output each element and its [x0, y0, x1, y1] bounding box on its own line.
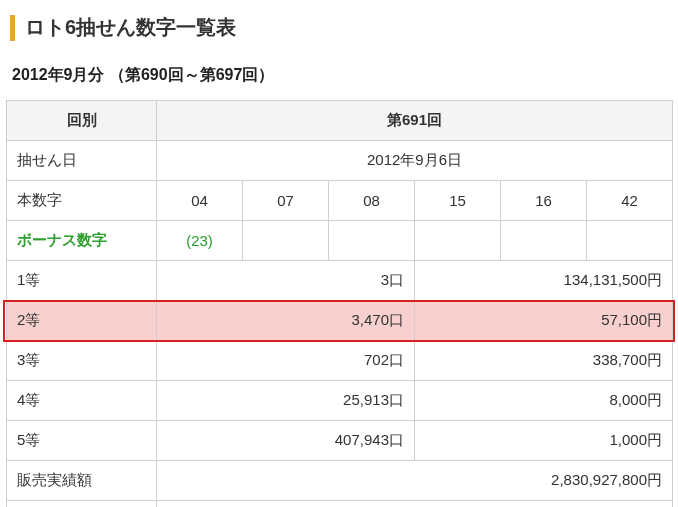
prize-count: 702口: [157, 341, 415, 381]
main-number: 07: [243, 181, 329, 221]
header-row-round: 回別 第691回: [7, 101, 673, 141]
title-accent-bar: [10, 15, 15, 41]
prize-amount: 8,000円: [415, 381, 673, 421]
prize-amount: 57,100円: [415, 301, 673, 341]
row-prize-2-highlighted: 2等 3,470口 57,100円: [7, 301, 673, 341]
results-table-wrap: 回別 第691回 抽せん日 2012年9月6日 本数字 04 07 08 15 …: [6, 100, 672, 507]
prize-count: 25,913口: [157, 381, 415, 421]
main-number: 04: [157, 181, 243, 221]
prize-amount: 134,131,500円: [415, 261, 673, 301]
empty-cell: [243, 221, 329, 261]
main-number: 16: [501, 181, 587, 221]
subtitle: 2012年9月分 （第690回～第697回）: [6, 55, 672, 100]
main-number: 42: [587, 181, 673, 221]
empty-cell: [415, 221, 501, 261]
row-bonus: ボーナス数字 (23): [7, 221, 673, 261]
prize-count: 3口: [157, 261, 415, 301]
results-table: 回別 第691回 抽せん日 2012年9月6日 本数字 04 07 08 15 …: [6, 100, 673, 507]
prize-amount: 1,000円: [415, 421, 673, 461]
carryover-amount: 0円: [157, 501, 673, 508]
main-number: 08: [329, 181, 415, 221]
bonus-number: (23): [157, 221, 243, 261]
row-prize-1: 1等 3口 134,131,500円: [7, 261, 673, 301]
page-title-row: ロト6抽せん数字一覧表: [6, 4, 672, 55]
prize-rank: 3等: [7, 341, 157, 381]
date-value: 2012年9月6日: [157, 141, 673, 181]
sales-amount: 2,830,927,800円: [157, 461, 673, 501]
row-prize-3: 3等 702口 338,700円: [7, 341, 673, 381]
round-value: 第691回: [157, 101, 673, 141]
main-numbers-label: 本数字: [7, 181, 157, 221]
page-title: ロト6抽せん数字一覧表: [25, 14, 236, 41]
row-date: 抽せん日 2012年9月6日: [7, 141, 673, 181]
prize-rank: 2等: [7, 301, 157, 341]
main-number: 15: [415, 181, 501, 221]
row-carryover: キャリーオーバー 0円: [7, 501, 673, 508]
sales-label: 販売実績額: [7, 461, 157, 501]
row-prize-5: 5等 407,943口 1,000円: [7, 421, 673, 461]
row-sales: 販売実績額 2,830,927,800円: [7, 461, 673, 501]
carryover-label: キャリーオーバー: [7, 501, 157, 508]
row-main-numbers: 本数字 04 07 08 15 16 42: [7, 181, 673, 221]
date-label: 抽せん日: [7, 141, 157, 181]
prize-rank: 5等: [7, 421, 157, 461]
prize-count: 407,943口: [157, 421, 415, 461]
prize-rank: 4等: [7, 381, 157, 421]
row-prize-4: 4等 25,913口 8,000円: [7, 381, 673, 421]
empty-cell: [587, 221, 673, 261]
empty-cell: [329, 221, 415, 261]
round-label: 回別: [7, 101, 157, 141]
prize-rank: 1等: [7, 261, 157, 301]
prize-count: 3,470口: [157, 301, 415, 341]
empty-cell: [501, 221, 587, 261]
prize-amount: 338,700円: [415, 341, 673, 381]
bonus-label: ボーナス数字: [7, 221, 157, 261]
